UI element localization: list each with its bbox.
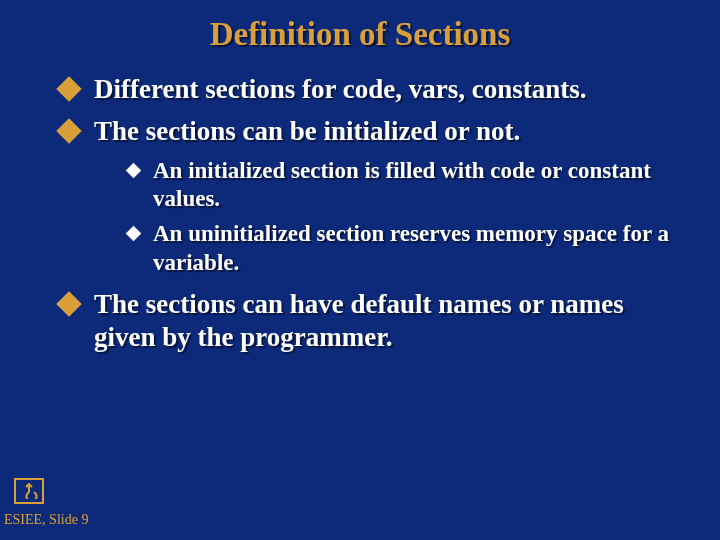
sub-bullet-item: An initialized section is filled with co…: [128, 157, 690, 215]
diamond-bullet-icon: [56, 291, 81, 316]
slide-content: Different sections for code, vars, const…: [0, 73, 720, 355]
sub-bullet-list: An initialized section is filled with co…: [60, 157, 690, 278]
square-bullet-icon: [126, 226, 142, 242]
slide-title: Definition of Sections: [0, 0, 720, 73]
return-icon: [14, 478, 44, 504]
bullet-item: Different sections for code, vars, const…: [60, 73, 690, 107]
bullet-text: The sections can have default names or n…: [94, 288, 690, 356]
bullet-text: The sections can be initialized or not.: [94, 115, 520, 149]
bullet-item: The sections can be initialized or not.: [60, 115, 690, 149]
square-bullet-icon: [126, 162, 142, 178]
bullet-item: The sections can have default names or n…: [60, 288, 690, 356]
sub-bullet-text: An initialized section is filled with co…: [153, 157, 690, 215]
slide-footer: ESIEE, Slide 9: [4, 512, 88, 528]
bullet-text: Different sections for code, vars, const…: [94, 73, 586, 107]
sub-bullet-text: An uninitialized section reserves memory…: [153, 220, 690, 278]
diamond-bullet-icon: [56, 118, 81, 143]
sub-bullet-item: An uninitialized section reserves memory…: [128, 220, 690, 278]
diamond-bullet-icon: [56, 76, 81, 101]
